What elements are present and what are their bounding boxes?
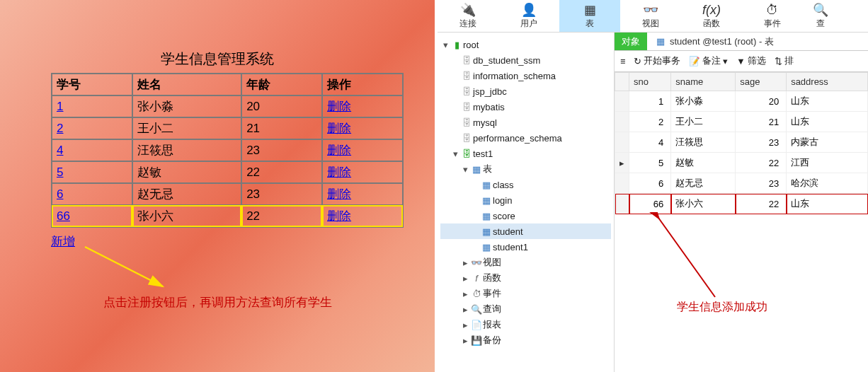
student-id-link[interactable]: 5 <box>57 165 63 179</box>
grid-row[interactable]: 4汪筱思23内蒙古 <box>615 132 868 153</box>
annotation-caption: 点击注册按钮后，再调用方法查询所有学生 <box>0 294 435 310</box>
toolbar-table[interactable]: ▦表 <box>559 0 620 32</box>
backup-icon: 💾 <box>470 335 483 346</box>
col-sage[interactable]: sage <box>736 73 787 91</box>
toolbar-view[interactable]: 👓视图 <box>620 0 681 32</box>
svg-line-0 <box>85 247 163 286</box>
tree-db-open[interactable]: ▾🗄test1 <box>440 146 611 161</box>
col-saddress[interactable]: saddress <box>787 73 868 91</box>
col-age: 年龄 <box>241 74 322 95</box>
database-icon: 🗄 <box>460 149 473 159</box>
toolbar-connection[interactable]: 🔌连接 <box>438 0 498 32</box>
table-icon: ▦ <box>470 164 483 175</box>
col-sno[interactable]: sno <box>629 73 671 91</box>
grid-row[interactable]: 6赵无忌23哈尔滨 <box>615 173 868 194</box>
delete-link[interactable]: 删除 <box>327 165 351 179</box>
filter-button[interactable]: ▼筛选 <box>736 55 765 67</box>
tree-table[interactable]: ▦student1 <box>440 239 611 255</box>
tree-db[interactable]: 🗄mysql <box>440 115 611 130</box>
tree-table-selected[interactable]: ▦student <box>440 223 611 239</box>
delete-link[interactable]: 删除 <box>327 122 351 135</box>
table-icon: ▦ <box>480 195 493 206</box>
col-name: 姓名 <box>132 74 241 95</box>
table-row-highlight: 66 张小六 22 删除 <box>52 205 403 227</box>
student-web-table: 学号 姓名 年龄 操作 1 张小淼 20 删除 2 王小二 21 删除 4 汪筱… <box>51 73 404 228</box>
tree-events-folder[interactable]: ▸⏱事件 <box>440 286 611 301</box>
grid-row-highlight[interactable]: 66张小六22山东 <box>615 194 868 214</box>
student-age: 21 <box>241 117 322 139</box>
remark-button[interactable]: 📝备注 ▾ <box>689 55 728 67</box>
student-age: 22 <box>241 205 322 227</box>
table-row: 2 王小二 21 删除 <box>52 117 403 139</box>
table-header-row: 学号 姓名 年龄 操作 <box>52 74 403 95</box>
tree-table[interactable]: ▦login <box>440 192 611 208</box>
table-row: 4 汪筱思 23 删除 <box>52 139 403 161</box>
student-name: 汪筱思 <box>132 139 241 161</box>
delete-link[interactable]: 删除 <box>327 100 351 113</box>
table-icon: ▦ <box>480 211 493 221</box>
student-age: 22 <box>241 161 322 183</box>
student-id-link[interactable]: 6 <box>57 187 63 201</box>
tab-student-table[interactable]: ▦student @test1 (root) - 表 <box>647 33 781 50</box>
page-title: 学生信息管理系统 <box>51 50 384 69</box>
tree-queries-folder[interactable]: ▸🔍查询 <box>440 301 611 317</box>
tree-table[interactable]: ▦score <box>440 208 611 223</box>
grid-row[interactable]: 1张小淼20山东 <box>615 91 868 112</box>
database-icon: 🗄 <box>460 117 473 128</box>
menu-button[interactable]: ≡ <box>620 57 625 66</box>
toolbar-function[interactable]: f(x)函数 <box>681 0 742 32</box>
tree-tables-folder[interactable]: ▾▦表 <box>440 161 611 177</box>
add-link[interactable]: 新增 <box>51 233 75 250</box>
tree-db[interactable]: 🗄information_schema <box>440 68 611 83</box>
database-icon: 🗄 <box>460 133 473 144</box>
refresh-icon: ↻ <box>634 56 641 66</box>
student-name: 赵无忌 <box>132 183 241 205</box>
col-sname[interactable]: sname <box>671 73 736 91</box>
begin-transaction-button[interactable]: ↻开始事务 <box>634 55 680 67</box>
tree-root[interactable]: ▾▮root <box>440 37 611 52</box>
grid-row[interactable]: 2王小二21山东 <box>615 112 868 132</box>
connection-tree[interactable]: ▾▮root 🗄db_student_ssm 🗄information_sche… <box>438 33 615 372</box>
toolbar-event[interactable]: ⏱事件 <box>742 0 803 32</box>
row-marker-header <box>615 73 629 91</box>
annotation-success-text: 学生信息添加成功 <box>677 300 767 315</box>
student-age: 20 <box>241 95 322 117</box>
event-icon: ⏱ <box>470 289 483 299</box>
delete-link[interactable]: 删除 <box>327 187 351 201</box>
delete-link[interactable]: 删除 <box>327 144 351 157</box>
student-id-link[interactable]: 2 <box>57 122 63 135</box>
report-icon: 📄 <box>470 320 483 330</box>
tab-objects[interactable]: 对象 <box>615 33 647 50</box>
tree-db[interactable]: 🗄mybatis <box>440 99 611 115</box>
sort-icon: ⇅ <box>775 56 782 66</box>
student-id-link[interactable]: 66 <box>57 209 70 223</box>
tree-db[interactable]: 🗄db_student_ssm <box>440 52 611 68</box>
student-name: 张小六 <box>132 205 241 227</box>
tree-db[interactable]: 🗄performance_schema <box>440 130 611 146</box>
table-row: 1 张小淼 20 删除 <box>52 95 403 117</box>
tree-backup-folder[interactable]: ▸💾备份 <box>440 332 611 348</box>
tree-functions-folder[interactable]: ▸f函数 <box>440 270 611 286</box>
editor-tabs: 对象 ▦student @test1 (root) - 表 <box>615 33 868 51</box>
tree-views-folder[interactable]: ▸👓视图 <box>440 255 611 270</box>
database-icon: 🗄 <box>460 102 473 112</box>
view-icon: 👓 <box>470 257 483 268</box>
table-icon: ▦ <box>480 242 493 252</box>
toolbar-user[interactable]: 👤用户 <box>498 0 559 32</box>
tree-table[interactable]: ▦class <box>440 177 611 192</box>
student-id-link[interactable]: 1 <box>57 100 63 113</box>
col-op: 操作 <box>322 74 403 95</box>
table-icon: ▦ <box>654 36 667 47</box>
grid-row-current[interactable]: ▸5赵敏22江西 <box>615 153 868 173</box>
tree-reports-folder[interactable]: ▸📄报表 <box>440 317 611 332</box>
sort-button[interactable]: ⇅排 <box>775 55 794 67</box>
user-icon: 👤 <box>521 4 537 16</box>
function-icon: f <box>470 273 483 284</box>
toolbar-query[interactable]: 🔍查 <box>803 0 838 32</box>
tree-db[interactable]: 🗄jsp_jdbc <box>440 83 611 99</box>
query-icon: 🔍 <box>470 304 483 315</box>
delete-link[interactable]: 删除 <box>327 209 351 223</box>
view-icon: 👓 <box>643 4 658 16</box>
data-grid[interactable]: sno sname sage saddress 1张小淼20山东 2王小二21山… <box>615 72 868 214</box>
student-id-link[interactable]: 4 <box>57 144 63 157</box>
